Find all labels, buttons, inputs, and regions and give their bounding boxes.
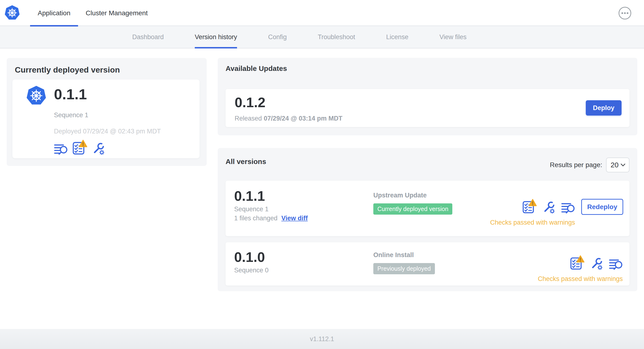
subnav-item-view-files[interactable]: View files (440, 26, 467, 48)
results-per-page-value: 20 (610, 161, 618, 169)
files-changed: 1 files changedView diff (234, 214, 308, 222)
subnav-item-troubleshoot[interactable]: Troubleshoot (318, 26, 355, 48)
source-label: Online Install (373, 251, 435, 259)
kubernetes-logo-icon (4, 5, 20, 20)
view-diff-link[interactable]: View diff (282, 214, 308, 222)
available-updates-title: Available Updates (226, 64, 287, 72)
deployed-version-number: 0.1.1 (54, 86, 87, 103)
chevron-down-icon (620, 164, 626, 166)
version-number: 0.1.1 (234, 189, 308, 203)
app-tabs: Application Cluster Management (30, 0, 156, 26)
subnav-item-version-history[interactable]: Version history (195, 26, 237, 48)
edit-config-wrench-icon[interactable] (542, 201, 556, 214)
version-actions: Checks passed with warnings (538, 255, 623, 283)
subnav-item-dashboard[interactable]: Dashboard (132, 26, 164, 48)
version-info: 0.1.1 Sequence 1 1 files changedView dif… (234, 189, 308, 222)
available-update-card: 0.1.2 Released07/29/24 @ 03:14 pm MDT De… (226, 89, 630, 127)
results-per-page: Results per page: 20 (550, 158, 630, 172)
deploy-logs-icon[interactable] (609, 258, 623, 270)
console-version: v1.112.1 (310, 336, 334, 343)
all-versions-title: All versions (226, 158, 266, 166)
preflight-checks-warning-icon[interactable] (72, 140, 87, 155)
version-row-0-1-1: 0.1.1 Sequence 1 1 files changedView dif… (226, 181, 630, 236)
released-label: Released (235, 115, 262, 122)
app-header: Application Cluster Management (0, 0, 644, 26)
version-actions: Checks passed with warnings Redeploy (490, 199, 623, 226)
currently-deployed-panel: Currently deployed version 0.1.1 Sequenc… (7, 58, 207, 166)
edit-config-wrench-icon[interactable] (92, 142, 105, 155)
source-label: Upstream Update (373, 192, 452, 199)
update-version-number: 0.1.2 (235, 94, 266, 110)
preflight-status-text: Checks passed with warnings (490, 219, 575, 226)
version-number: 0.1.0 (234, 250, 268, 264)
deploy-button[interactable]: Deploy (586, 100, 622, 116)
previously-deployed-badge: Previously deployed (373, 263, 435, 274)
subnav-item-license[interactable]: License (386, 26, 408, 48)
released-timestamp: 07/29/24 @ 03:14 pm MDT (264, 115, 342, 122)
files-changed-label: 1 files changed (234, 214, 278, 222)
deploy-logs-icon[interactable] (561, 202, 575, 214)
deploy-logs-icon[interactable] (54, 143, 68, 155)
results-per-page-label: Results per page: (550, 161, 602, 169)
currently-deployed-card: 0.1.1 Sequence 1 Deployed 07/29/24 @ 02:… (12, 80, 200, 158)
version-row-0-1-0: 0.1.0 Sequence 0 Online Install Previous… (226, 242, 630, 286)
available-updates-panel: Available Updates 0.1.2 Released07/29/24… (218, 58, 637, 135)
currently-deployed-badge: Currently deployed version (373, 204, 452, 214)
all-versions-panel: All versions Results per page: 20 0.1.1 … (218, 148, 637, 291)
tab-application[interactable]: Application (30, 0, 78, 26)
edit-config-wrench-icon[interactable] (590, 257, 603, 270)
results-per-page-select[interactable]: 20 (606, 158, 630, 172)
version-sequence: Sequence 1 (234, 206, 308, 213)
ellipsis-menu-icon[interactable] (618, 6, 632, 20)
deployed-timestamp: Deployed 07/29/24 @ 02:43 pm MDT (54, 128, 161, 135)
redeploy-button[interactable]: Redeploy (581, 199, 623, 215)
deployed-version-actions (54, 140, 105, 155)
version-info: 0.1.0 Sequence 0 (234, 250, 268, 274)
tab-cluster-management[interactable]: Cluster Management (78, 0, 156, 26)
version-sequence: Sequence 0 (234, 267, 268, 274)
subnav-item-config[interactable]: Config (268, 26, 287, 48)
app-footer: v1.112.1 (0, 329, 644, 349)
preflight-checks-warning-icon[interactable] (570, 255, 584, 270)
currently-deployed-title: Currently deployed version (15, 65, 120, 74)
update-released-line: Released07/29/24 @ 03:14 pm MDT (235, 115, 342, 122)
preflight-checks-warning-icon[interactable] (522, 199, 537, 214)
version-source: Upstream Update Currently deployed versi… (373, 192, 452, 214)
deployed-sequence: Sequence 1 (54, 112, 88, 119)
version-source: Online Install Previously deployed (373, 251, 435, 274)
kubernetes-app-icon (26, 85, 47, 106)
app-subnav: Dashboard Version history Config Trouble… (0, 26, 644, 48)
preflight-status-text: Checks passed with warnings (538, 275, 623, 283)
